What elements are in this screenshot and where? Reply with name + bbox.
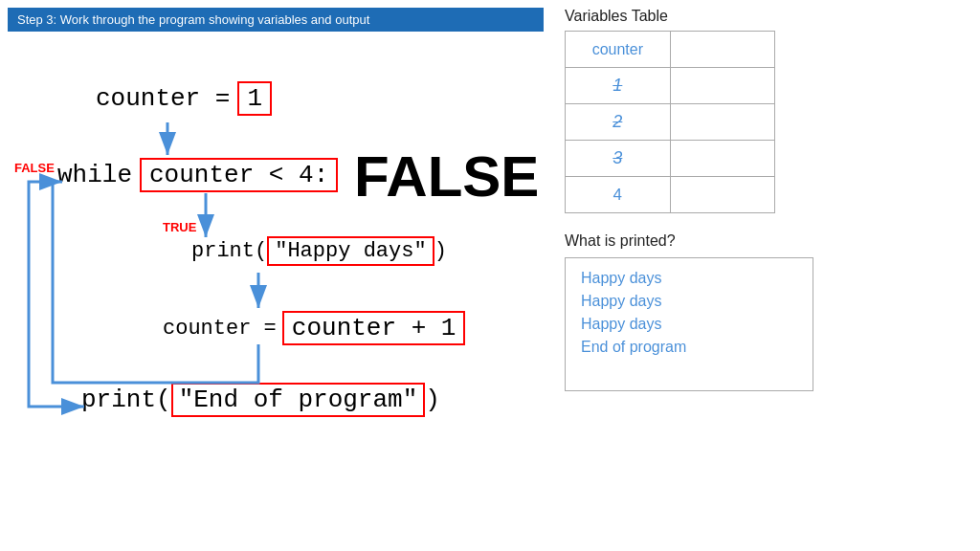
output-line-2: Happy days [581, 293, 797, 310]
counter-update-left: counter = [163, 317, 277, 341]
var-table-row-4: 4 [566, 177, 671, 213]
counter-update-right-box: counter + 1 [282, 311, 466, 345]
false-small-label: FALSE [14, 161, 55, 175]
diagram-area: counter = 1 while counter < 4: FALSE FAL… [0, 29, 546, 551]
print-keyword: print( [191, 239, 267, 263]
print-end-keyword: print( [81, 386, 171, 414]
while-line: while counter < 4: [57, 158, 338, 192]
output-line-4: End of program [581, 339, 797, 356]
false-big-label: FALSE [354, 143, 539, 209]
var-table-row-4-col2 [670, 177, 774, 213]
counter-init-line: counter = 1 [96, 81, 272, 116]
print-end-line: print("End of program") [81, 386, 440, 414]
var-table-header-empty [670, 32, 774, 68]
print-end-close: ) [425, 386, 440, 414]
print-happy-close: ) [434, 239, 447, 263]
print-end-arg-box: "End of program" [171, 383, 426, 417]
output-line-1: Happy days [581, 270, 797, 287]
while-keyword: while [57, 161, 132, 189]
counter-init-label: counter = [96, 84, 230, 113]
counter-update-line: counter = counter + 1 [163, 311, 465, 345]
var-value-1: 1 [612, 76, 622, 95]
print-happy-line: print("Happy days") [191, 239, 447, 263]
print-happy-arg-box: "Happy days" [267, 236, 434, 266]
var-table-row-1-col2 [670, 68, 774, 104]
var-value-2: 2 [612, 112, 622, 131]
var-table-row-2-col2 [670, 104, 774, 141]
output-box: Happy days Happy days Happy days End of … [565, 257, 813, 391]
var-table-row-3: 3 [566, 141, 671, 177]
var-table-row-3-col2 [670, 141, 774, 177]
counter-init-value-box: 1 [237, 81, 272, 116]
output-line-3: Happy days [581, 316, 797, 333]
var-value-3: 3 [612, 148, 622, 167]
right-panel: Variables Table counter 1 2 3 4 What is … [565, 8, 967, 391]
var-table-row-2: 2 [566, 104, 671, 141]
arrows-diagram [0, 29, 546, 551]
var-table-header-counter: counter [566, 32, 671, 68]
while-condition-box: counter < 4: [140, 158, 338, 192]
variables-table: counter 1 2 3 4 [565, 31, 775, 213]
variables-table-title: Variables Table [565, 8, 967, 25]
true-label: TRUE [163, 220, 196, 234]
var-table-row-1: 1 [566, 68, 671, 104]
what-printed-title: What is printed? [565, 232, 967, 250]
